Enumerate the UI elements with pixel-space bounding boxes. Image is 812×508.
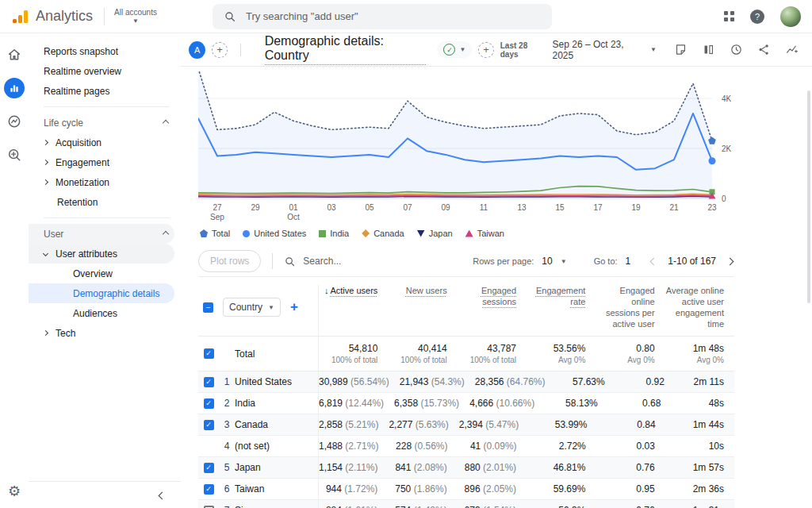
collapse-sidebar-icon[interactable]: [158, 488, 167, 502]
metric-cell: 896 (2.05%): [458, 483, 527, 495]
metric-cell: 0.92: [615, 376, 675, 387]
sidebar-item-user-attributes[interactable]: User attributes: [29, 244, 174, 264]
add-report-icon[interactable]: +: [478, 42, 493, 58]
metric-cell: 53.99%: [529, 419, 597, 430]
sidebar-item-monetization[interactable]: Monetization: [29, 172, 181, 192]
metric-cell: 6,819 (12.44%): [319, 398, 394, 409]
svg-text:03: 03: [327, 203, 336, 212]
comparison-icon[interactable]: [702, 43, 715, 56]
sidebar-item-realtime-pages[interactable]: Realtime pages: [29, 81, 181, 101]
row-checkbox[interactable]: ✓: [204, 420, 214, 430]
plot-rows-button[interactable]: Plot rows: [198, 250, 261, 272]
column-header-engaged-sessions-per-user[interactable]: Engaged online sessions per active user: [596, 285, 665, 329]
row-country: United States: [235, 371, 319, 392]
analytics-app: Analytics All accounts ▼ ?: [0, 0, 812, 508]
sidebar-item-tech[interactable]: Tech: [29, 323, 181, 343]
svg-text:23: 23: [707, 203, 717, 212]
row-index: 6: [219, 483, 235, 495]
report-body: 4K2K027Sep2901Oct0305070911131517192123 …: [181, 67, 812, 508]
metric-cell: 57.63%: [556, 376, 615, 387]
previous-page-icon[interactable]: [649, 255, 658, 267]
table-search[interactable]: [284, 256, 430, 267]
column-header-engaged-sessions[interactable]: Engaged sessions: [458, 285, 527, 307]
row-country: India: [235, 393, 319, 414]
svg-text:09: 09: [441, 203, 450, 212]
table-search-input[interactable]: [303, 256, 430, 267]
chevron-down-icon[interactable]: ▼: [561, 258, 567, 265]
metric-cell: 841 (2.08%): [389, 462, 458, 473]
row-checkbox[interactable]: ✓: [204, 398, 214, 409]
row-checkbox[interactable]: ✓: [204, 377, 214, 387]
user-avatar[interactable]: [780, 6, 801, 27]
svg-text:27: 27: [213, 203, 222, 212]
metric-cell: 2,277 (5.63%): [389, 419, 458, 430]
sort-descending-icon: ↓: [324, 286, 329, 295]
rows-per-page-value[interactable]: 10: [542, 256, 552, 267]
date-range-value: Sep 26 – Oct 23, 2025: [553, 39, 645, 61]
svg-text:01: 01: [289, 203, 298, 212]
metric-cell: 0.68: [608, 398, 672, 409]
sidebar-item-acquisition[interactable]: Acquisition: [29, 133, 181, 152]
account-switcher[interactable]: All accounts ▼: [114, 8, 157, 25]
row-checkbox[interactable]: [204, 506, 214, 508]
divider: [240, 44, 241, 56]
sidebar-item-overview[interactable]: Overview: [29, 264, 181, 283]
insights-sparkle-icon[interactable]: [785, 43, 799, 56]
chevron-down-icon: ▼: [132, 17, 139, 25]
sidebar-section-user[interactable]: User: [29, 224, 174, 244]
select-all-checkbox[interactable]: –: [203, 302, 213, 313]
metric-cell: 2m 11s: [675, 376, 734, 387]
row-checkbox[interactable]: ✓: [204, 484, 214, 495]
sidebar-item-audiences[interactable]: Audiences: [29, 303, 181, 323]
report-status-badge[interactable]: ✓ ▼: [437, 41, 472, 58]
explore-icon[interactable]: [4, 111, 25, 132]
total-row-checkbox[interactable]: ✓: [204, 348, 214, 359]
sidebar-item-realtime-overview[interactable]: Realtime overview: [29, 61, 181, 81]
advertising-icon[interactable]: [4, 144, 25, 165]
sidebar-item-retention[interactable]: Retention: [29, 192, 181, 212]
metric-cell: 4,666 (10.66%): [469, 398, 545, 409]
table-row: ✓ 2 India 6,819 (12.44%)6,358 (15.73%)4,…: [198, 393, 734, 414]
table-header-row: – Country ▼ + ↓Active users New users En…: [198, 276, 734, 337]
go-to-value[interactable]: 1: [626, 256, 631, 267]
dimension-selector[interactable]: Country ▼: [223, 298, 281, 317]
column-header-engagement-rate[interactable]: Engagement rate: [527, 285, 596, 307]
svg-text:15: 15: [555, 203, 565, 212]
global-search[interactable]: [213, 4, 552, 29]
svg-text:19: 19: [631, 203, 641, 212]
share-icon[interactable]: [757, 43, 771, 56]
sidebar-item-reports-snapshot[interactable]: Reports snapshot: [29, 41, 181, 61]
reports-icon[interactable]: [4, 78, 25, 98]
row-country: Taiwan: [235, 479, 319, 499]
svg-text:29: 29: [251, 203, 260, 212]
column-header-active-users[interactable]: ↓Active users: [319, 285, 388, 296]
help-icon[interactable]: ?: [750, 10, 764, 24]
report-title[interactable]: Demographic details: Country: [265, 34, 427, 65]
date-range-picker[interactable]: Last 28 days Sep 26 – Oct 23, 2025 ▼: [500, 39, 657, 61]
column-header-new-users[interactable]: New users: [388, 285, 457, 296]
table-toolbar: Plot rows Rows per page: 10 ▼ Go to: 1: [198, 248, 734, 275]
metric-cell: 58.13%: [545, 398, 608, 409]
sidebar-item-engagement[interactable]: Engagement: [29, 152, 181, 172]
property-avatar[interactable]: A: [189, 41, 205, 59]
home-icon[interactable]: [4, 44, 25, 65]
insights-clock-icon[interactable]: [730, 43, 743, 56]
admin-gear-icon[interactable]: ⚙: [8, 484, 21, 498]
column-header-avg-engagement-time[interactable]: Average online active user engagement ti…: [665, 285, 734, 329]
next-page-icon[interactable]: [726, 255, 734, 267]
row-checkbox[interactable]: ✓: [204, 463, 214, 473]
notes-icon[interactable]: [674, 43, 688, 56]
svg-text:4K: 4K: [722, 94, 732, 103]
sidebar-item-demographic-details[interactable]: Demographic details: [29, 283, 174, 303]
table-row: 4 (not set) 1,488 (2.71%)228 (0.56%)41 (…: [198, 436, 734, 457]
vertical-scrollbar[interactable]: [807, 90, 810, 303]
metric-cell: 0.76: [596, 505, 665, 508]
apps-grid-icon[interactable]: [724, 11, 734, 21]
add-tab-icon[interactable]: +: [212, 42, 227, 58]
global-search-input[interactable]: [246, 10, 500, 22]
sidebar-section-life-cycle[interactable]: Life cycle: [29, 113, 181, 133]
check-icon: ✓: [443, 44, 455, 56]
legend-item-japan: Japan: [417, 229, 453, 238]
chevron-down-icon: [43, 251, 48, 256]
add-dimension-icon[interactable]: +: [290, 299, 298, 315]
